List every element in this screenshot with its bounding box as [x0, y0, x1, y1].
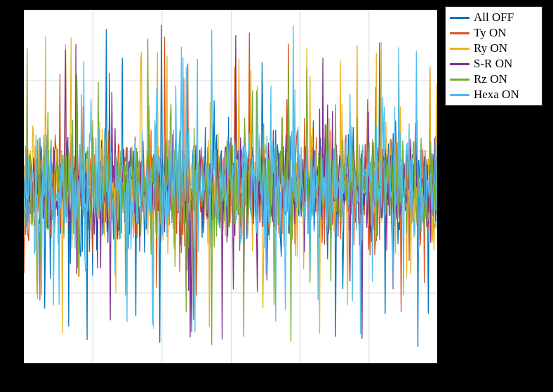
legend-item: Ry ON — [450, 41, 538, 56]
legend-item: All OFF — [450, 10, 538, 25]
legend-swatch — [450, 48, 469, 50]
legend-label: Ry ON — [474, 41, 507, 56]
legend-label: All OFF — [474, 10, 514, 25]
legend-label: Hexa ON — [474, 87, 519, 102]
legend-item: Ty ON — [450, 25, 538, 41]
legend-label: Ty ON — [474, 25, 507, 41]
legend-swatch — [450, 32, 469, 34]
legend-label: S-R ON — [474, 56, 512, 72]
legend-item: S-R ON — [450, 56, 538, 72]
legend-swatch — [450, 94, 469, 96]
legend-label: Rz ON — [474, 72, 507, 87]
legend-swatch — [450, 17, 469, 19]
chart-canvas — [23, 9, 438, 364]
legend-item: Rz ON — [450, 72, 538, 87]
legend-item: Hexa ON — [450, 87, 538, 102]
legend: All OFFTy ONRy ONS-R ONRz ONHexa ON — [445, 6, 542, 106]
legend-swatch — [450, 79, 469, 81]
legend-swatch — [450, 63, 469, 65]
chart-axes — [22, 8, 439, 365]
